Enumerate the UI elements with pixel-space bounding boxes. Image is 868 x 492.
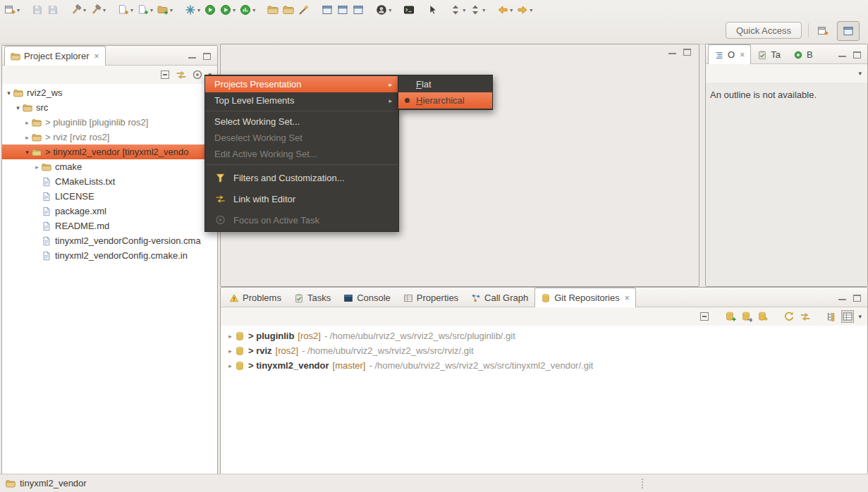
expander-icon[interactable] — [32, 164, 42, 171]
minimize-editor-button[interactable] — [666, 47, 678, 57]
back-button[interactable] — [496, 1, 514, 18]
status-bar-grip[interactable] — [642, 479, 643, 488]
dropdown-chevron[interactable] — [17, 7, 20, 13]
select-pointer-button[interactable] — [425, 1, 439, 18]
open-console-view-button[interactable] — [320, 1, 334, 18]
menu-item-select-working-set[interactable]: Select Working Set... — [205, 113, 398, 130]
repository-row[interactable]: > rviz [ros2] - /home/ubu/rviz2_ws/rviz2… — [221, 343, 867, 358]
tab-problems[interactable]: Problems — [223, 288, 288, 307]
quick-access-button[interactable]: Quick Access — [726, 22, 802, 39]
maximize-view-button[interactable] — [201, 51, 213, 61]
terminal-button[interactable] — [402, 1, 416, 18]
open-folder-button[interactable] — [266, 1, 280, 18]
tree-item[interactable]: tinyxml2_vendorConfig-version.cma — [2, 233, 217, 248]
view-menu-chevron[interactable] — [858, 70, 862, 77]
expander-icon[interactable] — [226, 333, 235, 340]
tree-item[interactable]: rviz2_ws — [2, 85, 217, 100]
user-menu-button[interactable] — [374, 1, 393, 18]
tree-item[interactable]: src — [2, 100, 217, 115]
debug-button[interactable] — [183, 1, 202, 18]
tab-outline[interactable]: O — [708, 44, 751, 64]
tree-item[interactable]: LICENSE — [2, 189, 217, 204]
close-tab-icon[interactable] — [94, 51, 99, 61]
dropdown-chevron[interactable] — [252, 7, 255, 13]
dropdown-chevron[interactable] — [463, 7, 465, 13]
refresh-icon[interactable] — [783, 311, 795, 322]
link-with-editor-icon[interactable] — [176, 69, 187, 80]
dropdown-chevron[interactable] — [389, 7, 391, 13]
hierarchy-layout-icon[interactable] — [826, 311, 837, 322]
dropdown-chevron[interactable] — [197, 7, 200, 13]
close-tab-icon[interactable] — [740, 50, 745, 60]
new-class-button[interactable] — [136, 1, 154, 18]
tree-item[interactable]: tinyxml2_vendorConfig.cmake.in — [2, 248, 217, 263]
collapse-all-icon[interactable] — [699, 311, 710, 322]
tree-item[interactable]: > rviz [rviz ros2] — [2, 130, 217, 144]
repository-row[interactable]: > pluginlib [ros2] - /home/ubu/rviz2_ws/… — [221, 328, 867, 343]
previous-annotation-button[interactable] — [468, 1, 487, 18]
tab-git-repositories[interactable]: Git Repositories — [534, 288, 636, 307]
add-repository-icon[interactable] — [725, 311, 736, 322]
minimize-view-button[interactable] — [836, 293, 848, 303]
next-annotation-button[interactable] — [448, 1, 467, 18]
menu-item-filters-and-customization[interactable]: Filters and Customization... — [205, 167, 398, 188]
tab-project-explorer[interactable]: Project Explorer — [4, 46, 106, 66]
create-repository-icon[interactable] — [757, 311, 769, 322]
tree-item[interactable]: package.xml — [2, 204, 217, 219]
tree-item-selected[interactable]: > tinyxml2_vendor [tinyxml2_vendo — [2, 144, 217, 159]
cpp-perspective-button[interactable] — [837, 21, 860, 41]
open-perspective-button[interactable] — [812, 21, 834, 41]
dropdown-chevron[interactable] — [103, 7, 106, 13]
menu-item-projects-presentation[interactable]: Projects Presentation — [205, 76, 398, 92]
open-project-button[interactable] — [281, 1, 295, 18]
new-source-file-button[interactable] — [116, 1, 135, 18]
dropdown-chevron[interactable] — [170, 7, 173, 13]
expander-icon[interactable] — [226, 348, 235, 355]
tab-console[interactable]: Console — [337, 288, 397, 307]
expander-icon[interactable] — [226, 362, 235, 369]
repository-row[interactable]: > tinyxml2_vendor [master] - /home/ubu/r… — [221, 358, 867, 373]
expander-icon[interactable] — [4, 90, 13, 97]
link-with-selection-icon[interactable] — [800, 311, 811, 322]
search-wand-button[interactable] — [297, 1, 311, 18]
view-menu-chevron[interactable] — [858, 313, 862, 320]
expander-icon[interactable] — [13, 104, 23, 111]
close-tab-icon[interactable] — [625, 293, 630, 303]
run-button[interactable] — [219, 1, 237, 18]
dropdown-chevron[interactable] — [510, 7, 513, 13]
menu-item-flat[interactable]: Flat — [398, 76, 492, 92]
clone-repository-icon[interactable] — [741, 311, 752, 322]
tab-build-targets[interactable]: B — [787, 45, 819, 63]
expander-icon[interactable] — [23, 134, 32, 141]
open-outline-view-button[interactable] — [351, 1, 365, 18]
minimize-view-button[interactable] — [186, 51, 198, 61]
tab-tasks[interactable]: Tasks — [288, 288, 337, 307]
build-button[interactable] — [69, 1, 87, 18]
tab-call-graph[interactable]: Call Graph — [465, 288, 534, 307]
focus-on-task-icon[interactable] — [192, 69, 203, 80]
tree-item[interactable]: > pluginlib [pluginlib ros2] — [2, 115, 217, 130]
tree-item[interactable]: cmake — [2, 159, 217, 174]
build-all-button[interactable] — [89, 1, 107, 18]
open-editor-view-button[interactable] — [336, 1, 350, 18]
maximize-view-button[interactable] — [851, 293, 863, 303]
dropdown-chevron[interactable] — [482, 7, 485, 13]
forward-button[interactable] — [515, 1, 534, 18]
maximize-editor-button[interactable] — [681, 47, 693, 57]
dropdown-chevron[interactable] — [233, 7, 236, 13]
profile-button[interactable] — [238, 1, 257, 18]
expander-icon[interactable] — [23, 149, 32, 156]
minimize-view-button[interactable] — [836, 50, 848, 60]
new-wizard-button[interactable] — [3, 1, 21, 18]
dropdown-chevron[interactable] — [83, 7, 86, 13]
dropdown-chevron[interactable] — [130, 7, 133, 13]
menu-item-top-level-elements[interactable]: Top Level Elements — [205, 92, 398, 109]
tab-task-list[interactable]: Ta — [751, 45, 787, 63]
menu-item-link-with-editor[interactable]: Link with Editor — [205, 188, 398, 209]
new-folder-button[interactable] — [156, 1, 174, 18]
flat-layout-icon[interactable] — [842, 311, 853, 322]
dropdown-chevron[interactable] — [530, 7, 532, 13]
menu-item-hierarchical[interactable]: Hierarchical — [398, 92, 492, 109]
expander-icon[interactable] — [23, 119, 32, 126]
resume-button[interactable] — [203, 1, 217, 18]
